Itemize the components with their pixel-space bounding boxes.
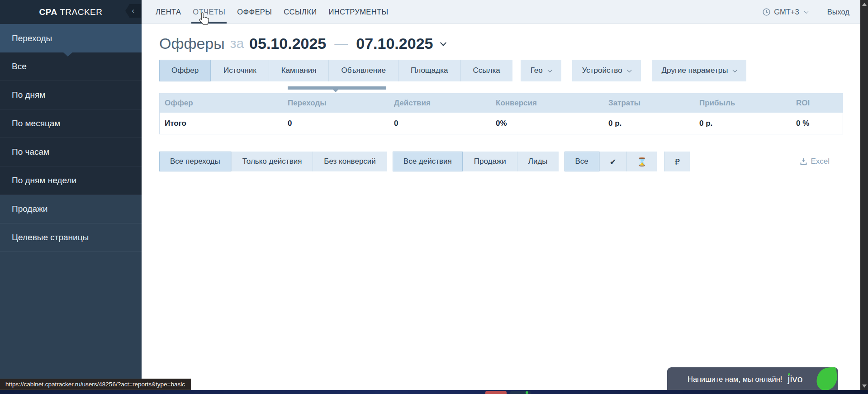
filter-currency-rouble-button[interactable]: ₽ [664,152,689,171]
column-header-deystviya[interactable]: Действия [389,99,491,108]
rouble-icon: ₽ [674,157,679,166]
filter-vse-deystviya[interactable]: Все действия [393,152,463,171]
sidebar-item-label: По дням недели [12,176,76,185]
column-header-konversiya[interactable]: Конверсия [491,99,603,108]
sidebar-item-label: По часам [12,147,49,157]
date-range-chevron-icon[interactable] [440,40,446,46]
totals-deystviya: 0 [389,119,491,128]
column-header-roi[interactable]: ROI [791,99,843,108]
sidebar-item-label: По дням [12,90,45,100]
chevron-down-icon [733,68,737,72]
sort-indicator-bar [288,86,386,90]
tab-label: Оффер [171,66,199,75]
nav-label: ОТЧЕТЫ [193,8,225,16]
export-excel-link[interactable]: Excel [800,157,830,166]
vertical-scrollbar[interactable] [860,0,868,394]
filter-label: Все действия [403,157,452,166]
scroll-down-arrow-icon[interactable] [862,385,867,388]
filter-pending-hourglass-icon[interactable]: ⌛ [626,152,657,171]
chat-message: Напишите нам, мы онлайн! [688,375,782,384]
date-to[interactable]: 07.10.2025 [356,35,433,52]
timezone-selector[interactable]: GMT+3 [763,8,807,16]
sidebar-subitem-po-dnyam-nedeli[interactable]: По дням недели [0,166,142,195]
logo-bold: CPA [39,7,57,17]
nav-label: ОФФЕРЫ [237,8,272,16]
nav-item-offery[interactable]: ОФФЕРЫ [237,0,272,24]
taskbar-strip [0,390,868,394]
tab-ploschadka[interactable]: Площадка [398,60,460,81]
filter-label: Все переходы [170,157,220,166]
hourglass-icon: ⌛ [637,157,647,166]
download-icon [800,158,807,165]
browser-status-url: https://cabinet.cpatracker.ru/users/4825… [0,379,191,390]
logo-rest: TRACKER [57,7,103,17]
filter-bez-konversiy[interactable]: Без конверсий [313,152,386,171]
nav-label: ИНСТРУМЕНТЫ [328,8,388,16]
table-row-totals: Итого 0 0 0% 0 р. 0 р. 0 % [160,113,843,134]
sidebar-item-perehody[interactable]: Переходы [0,24,142,52]
app-logo: CPA TRACKER [39,7,103,17]
sidebar-item-label: По месяцам [12,119,60,128]
sidebar-item-celevye-stranicy[interactable]: Целевые страницы [0,223,142,252]
chat-widget[interactable]: Напишите нам, мы онлайн! jivo [667,367,838,391]
chevron-down-icon [627,68,631,72]
tab-istochnik[interactable]: Источник [211,60,269,81]
sidebar-subitem-po-mesyacam[interactable]: По месяцам [0,109,142,138]
topbar-right: GMT+3 Выход [763,8,849,16]
dropdown-geo[interactable]: Гео [521,60,561,81]
main-nav: ЛЕНТА ОТЧЕТЫ ОФФЕРЫ ССЫЛКИ ИНСТРУМЕНТЫ [156,0,389,24]
filter-label: Все [575,157,588,166]
totals-perehody: 0 [283,119,389,128]
dimension-tabs-row: Оффер Источник Кампания Объявление Площа… [159,60,860,81]
dropdown-label: Устройство [582,66,622,75]
report-title-row: Офферы за 05.10.2025 — 07.10.2025 [159,33,860,53]
logout-link[interactable]: Выход [827,8,849,16]
date-dash: — [334,36,348,51]
dropdown-ustroystvo[interactable]: Устройство [572,60,641,81]
nav-item-otchety[interactable]: ОТЧЕТЫ [193,0,225,24]
nav-item-lenta[interactable]: ЛЕНТА [156,0,181,24]
chat-brand-logo: jivo [787,374,803,385]
filter-prodazhi[interactable]: Продажи [463,152,517,171]
totals-label: Итого [160,119,283,128]
filter-label: Лиды [528,157,548,166]
tab-label: Ссылка [473,66,500,75]
sidebar-subitem-vse[interactable]: Все [0,52,142,81]
nav-item-instrumenty[interactable]: ИНСТРУМЕНТЫ [328,0,388,24]
action-filter-group: Все действия Продажи Лиды [393,152,559,171]
taskbar-dark-icon[interactable] [510,391,531,394]
tab-obyavlenie[interactable]: Объявление [328,60,398,81]
sidebar-subitem-po-dnyam[interactable]: По дням [0,81,142,109]
sidebar-collapse-button[interactable]: ‹ [125,4,141,18]
chat-leaf-icon [816,367,838,391]
filter-label: Без конверсий [324,157,375,166]
dimension-tab-group: Оффер Источник Кампания Объявление Площа… [159,60,512,81]
filter-approved-check-icon[interactable]: ✔ [599,152,626,171]
filter-lidy[interactable]: Лиды [517,152,559,171]
tab-offer[interactable]: Оффер [159,60,211,81]
filter-status-vse[interactable]: Все [564,152,599,171]
check-icon: ✔ [610,157,617,166]
scroll-up-arrow-icon[interactable] [862,3,867,6]
tab-ssylka[interactable]: Ссылка [460,60,512,81]
taskbar-red-icon[interactable] [485,391,507,394]
column-header-offer[interactable]: Оффер [160,99,283,108]
tab-kampaniya[interactable]: Кампания [269,60,329,81]
clock-icon [763,8,770,16]
dropdown-drugie-parametry[interactable]: Другие параметры [652,60,747,81]
sidebar-subitem-po-chasam[interactable]: По часам [0,138,142,166]
column-header-zatraty[interactable]: Затраты [603,99,694,108]
column-header-pribyl[interactable]: Прибыль [694,99,791,108]
filter-label: Продажи [474,157,506,166]
column-header-perehody[interactable]: Переходы [283,99,389,108]
title-preposition: за [230,36,244,51]
filter-vse-perehody[interactable]: Все переходы [159,152,231,171]
dropdown-label: Гео [531,66,543,75]
sidebar-item-prodazhi[interactable]: Продажи [0,195,142,223]
date-from[interactable]: 05.10.2025 [249,35,326,52]
dropdown-label: Другие параметры [662,66,728,75]
filter-tolko-deystviya[interactable]: Только действия [231,152,313,171]
chevron-down-icon [804,9,808,14]
tab-label: Площадка [411,66,448,75]
nav-item-ssylki[interactable]: ССЫЛКИ [284,0,317,24]
